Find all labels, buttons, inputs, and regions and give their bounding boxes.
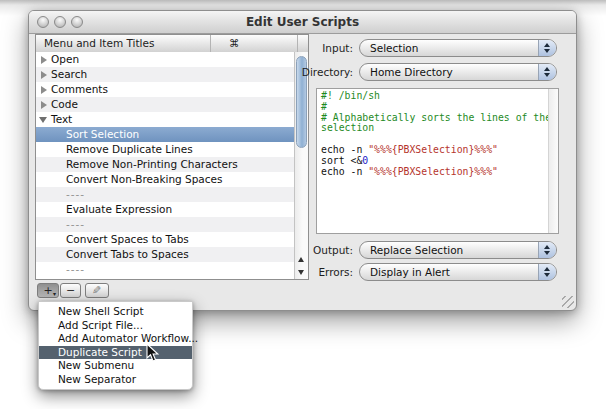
list-row[interactable]: Sort Selection [36,127,294,142]
edit-script-button[interactable]: ✎ [85,283,109,298]
input-popup[interactable]: Selection [359,39,557,57]
menu-item-add-script-file[interactable]: Add Script File... [39,319,192,333]
list-row-label: Search [51,67,87,82]
errors-label: Errors: [284,263,353,281]
list-row[interactable]: Convert Non-Breaking Spaces [36,172,294,187]
input-label: Input: [284,39,353,57]
list-separator-row[interactable]: ---- [36,187,294,202]
menu-item-duplicate-script[interactable]: Duplicate Script [39,346,192,360]
dropdown-caret-icon: ▾ [53,291,56,297]
column-header-titles[interactable]: Menu and Item Titles [36,35,211,52]
list-row[interactable]: Remove Non-Printing Characters [36,157,294,172]
window-title: Edit User Scripts [29,15,576,29]
directory-label: Directory: [284,63,353,81]
list-row[interactable]: Open [36,52,294,67]
plus-icon: + [43,284,52,297]
titlebar[interactable]: Edit User Scripts [29,11,576,34]
list-row-label: Remove Duplicate Lines [66,142,193,157]
list-row[interactable]: Text [36,112,294,127]
list-separator-row[interactable]: ---- [36,217,294,232]
output-popup[interactable]: Replace Selection [359,241,557,259]
remove-script-button[interactable]: − [60,283,81,298]
list-row[interactable]: Code [36,97,294,112]
edit-user-scripts-window: Edit User Scripts Menu and Item Titles ⌘… [28,10,577,311]
list-rows: OpenSearchCommentsCodeTextSort Selection… [36,52,294,279]
list-row-label: Convert Tabs to Spaces [66,247,189,262]
add-script-menu: New Shell ScriptAdd Script File...Add Au… [38,301,193,390]
errors-popup-value: Display in Alert [370,264,450,280]
output-label: Output: [284,241,353,259]
list-row-label: ---- [66,217,85,232]
list-row[interactable]: Convert Spaces to Tabs [36,232,294,247]
list-row[interactable]: Evaluate Expression [36,202,294,217]
disclosure-collapsed-icon[interactable] [41,71,47,79]
add-script-button[interactable]: +▾ [37,283,59,298]
list-row[interactable]: Comments [36,82,294,97]
errors-popup[interactable]: Display in Alert [359,263,557,281]
code-line: #! /bin/sh [321,91,549,102]
menu-item-new-submenu[interactable]: New Submenu [39,359,192,373]
menu-item-add-automator-workflow[interactable]: Add Automator Workflow... [39,332,192,346]
menu-item-new-separator[interactable]: New Separator [39,373,192,387]
script-editor[interactable]: #! /bin/sh## Alphabetically sorts the li… [316,88,559,234]
script-list: Menu and Item Titles ⌘ OpenSearchComment… [35,34,309,280]
code-line: echo -n "%%%{PBXSelection}%%%" [321,167,549,178]
popup-stepper-icon [538,40,556,56]
list-row[interactable]: Remove Duplicate Lines [36,142,294,157]
mouse-cursor-icon [146,343,160,363]
list-row-label: Open [51,52,79,67]
disclosure-expanded-icon[interactable] [39,117,47,123]
input-popup-value: Selection [370,40,418,56]
script-code[interactable]: #! /bin/sh## Alphabetically sorts the li… [317,89,549,233]
list-row-label: Convert Spaces to Tabs [66,232,189,247]
editor-scrollbar[interactable] [548,89,558,233]
list-row-label: Comments [51,82,108,97]
pencil-icon: ✎ [92,284,101,297]
list-row-label: Evaluate Expression [66,202,172,217]
list-separator-row[interactable]: ---- [36,262,294,277]
disclosure-collapsed-icon[interactable] [41,56,47,64]
list-row-label: Text [51,112,72,127]
list-row[interactable]: Convert Tabs to Spaces [36,247,294,262]
code-line: selection [321,123,549,134]
popup-stepper-icon [538,264,556,280]
resize-grip[interactable] [562,296,574,308]
list-row-label: Code [51,97,78,112]
disclosure-collapsed-icon[interactable] [41,86,47,94]
list-row-label: Sort Selection [66,127,139,142]
list-row-label: ---- [66,187,85,202]
disclosure-collapsed-icon[interactable] [41,101,47,109]
directory-popup[interactable]: Home Directory [359,63,557,81]
list-header: Menu and Item Titles ⌘ [36,35,308,53]
popup-stepper-icon [538,242,556,258]
list-row-label: ---- [66,262,85,277]
list-row[interactable]: Search [36,67,294,82]
menu-item-new-shell-script[interactable]: New Shell Script [39,305,192,319]
list-row-label: Convert Non-Breaking Spaces [66,172,223,187]
output-popup-value: Replace Selection [370,242,463,258]
popup-stepper-icon [538,64,556,80]
directory-popup-value: Home Directory [370,64,453,80]
list-row-label: Remove Non-Printing Characters [66,157,238,172]
minus-icon: − [66,284,75,297]
